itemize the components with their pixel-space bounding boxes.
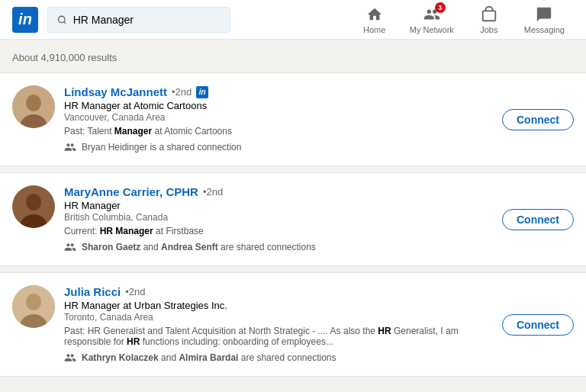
name-row-2: MaryAnne Carrier, CPHR •2nd [64, 185, 493, 198]
person-location-1: Vancouver, Canada Area [64, 112, 493, 123]
nav-my-network[interactable]: 3 My Network [401, 0, 463, 40]
search-bar[interactable] [47, 7, 230, 33]
person-past-1: Past: Talent Manager at Atomic Cartoons [64, 126, 493, 137]
shared-connections-1: Bryan Heidinger is a shared connection [64, 141, 493, 153]
shared-icon-2 [64, 241, 76, 253]
shared-icon-3 [64, 352, 76, 364]
avatar-2 [12, 185, 55, 228]
svg-point-9 [26, 294, 41, 310]
avatar-3 [12, 285, 55, 328]
degree-3: •2nd [125, 286, 145, 297]
result-info-2: MaryAnne Carrier, CPHR •2nd HR Manager B… [64, 185, 493, 253]
shared-text-2: Sharon Gaetz and Andrea Senft are shared… [82, 242, 316, 252]
network-icon: 3 [423, 5, 441, 24]
connect-button-2[interactable]: Connect [502, 209, 574, 230]
name-row-3: Julia Ricci •2nd [64, 285, 493, 298]
nav-messaging-label: Messaging [524, 25, 565, 34]
home-icon [365, 5, 384, 24]
avatar-1 [12, 85, 55, 128]
main-content: About 4,910,000 results Lindsay McJannet… [0, 40, 586, 392]
result-card-3: Julia Ricci •2nd HR Manager at Urban Str… [0, 272, 586, 377]
person-name-1[interactable]: Lindsay McJannett [64, 85, 167, 98]
nav-messaging[interactable]: Messaging [515, 0, 574, 40]
person-title-3: HR Manager at Urban Strategies Inc. [64, 300, 493, 311]
person-title-1: HR Manager at Atomic Cartoons [64, 100, 493, 111]
results-count: About 4,910,000 results [0, 52, 586, 72]
nav-home-label: Home [363, 25, 385, 34]
result-card-1: Lindsay McJannett •2nd in HR Manager at … [0, 72, 586, 166]
person-location-3: Toronto, Canada Area [64, 312, 493, 323]
result-info-1: Lindsay McJannett •2nd in HR Manager at … [64, 85, 493, 153]
person-past-2: Current: HR Manager at Firstbase [64, 226, 493, 236]
result-card-2: MaryAnne Carrier, CPHR •2nd HR Manager B… [0, 172, 586, 266]
search-input[interactable] [73, 14, 221, 26]
person-name-3[interactable]: Julia Ricci [64, 285, 121, 298]
svg-line-1 [64, 21, 66, 23]
connect-button-1[interactable]: Connect [502, 109, 574, 130]
person-location-2: British Columbia, Canada [64, 212, 493, 223]
nav-network-label: My Network [410, 25, 454, 34]
nav-bar: Home 3 My Network Jobs [352, 0, 574, 40]
li-badge-1: in [196, 86, 208, 98]
nav-home[interactable]: Home [352, 0, 398, 40]
person-name-2[interactable]: MaryAnne Carrier, CPHR [64, 185, 198, 198]
header: in Home 3 My Network [0, 0, 586, 40]
svg-point-6 [26, 194, 41, 210]
logo-text: in [18, 11, 32, 28]
degree-1: •2nd [172, 86, 192, 98]
shared-text-1: Bryan Heidinger is a shared connection [82, 142, 241, 153]
network-badge: 3 [435, 2, 446, 13]
nav-jobs[interactable]: Jobs [466, 0, 512, 40]
degree-2: •2nd [203, 186, 223, 198]
connect-button-3[interactable]: Connect [502, 314, 574, 336]
shared-connections-2: Sharon Gaetz and Andrea Senft are shared… [64, 241, 493, 253]
person-past-3: Past: HR Generalist and Talent Acquisiti… [64, 326, 493, 347]
messaging-icon [535, 5, 553, 24]
shared-icon-1 [64, 141, 76, 153]
svg-point-3 [26, 95, 41, 111]
linkedin-logo[interactable]: in [12, 7, 38, 33]
nav-jobs-label: Jobs [480, 25, 497, 34]
svg-point-0 [59, 16, 65, 22]
name-row-1: Lindsay McJannett •2nd in [64, 85, 493, 98]
shared-text-3: Kathryn Kolaczek and Almira Bardai are s… [82, 352, 336, 363]
search-icon [57, 14, 67, 25]
jobs-icon [480, 5, 498, 24]
shared-connections-3: Kathryn Kolaczek and Almira Bardai are s… [64, 352, 493, 364]
person-title-2: HR Manager [64, 200, 493, 211]
result-info-3: Julia Ricci •2nd HR Manager at Urban Str… [64, 285, 493, 364]
